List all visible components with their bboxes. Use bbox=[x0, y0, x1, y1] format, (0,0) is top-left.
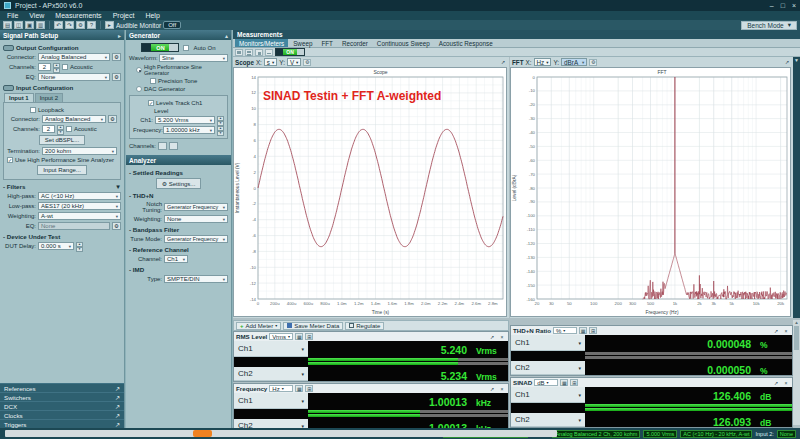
new-project-icon[interactable]: ▤ bbox=[3, 21, 12, 29]
menu-help[interactable]: Help bbox=[145, 12, 159, 19]
meter-unit-select[interactable]: %▾ bbox=[553, 327, 577, 334]
grid-layout-icon[interactable] bbox=[245, 49, 253, 56]
add-meter-button[interactable]: +Add Meter▾ bbox=[236, 322, 281, 330]
input-channels-stepper[interactable]: ▲▼ bbox=[57, 125, 64, 133]
nav-switchers[interactable]: Switchers↗ bbox=[0, 392, 124, 401]
meter-settings-icon[interactable]: ⊞ bbox=[570, 379, 578, 386]
precision-tone-checkbox[interactable] bbox=[150, 78, 156, 84]
loopback-checkbox[interactable] bbox=[30, 107, 36, 113]
minimize-icon[interactable]: – bbox=[770, 2, 774, 9]
add-graph-icon[interactable] bbox=[255, 49, 263, 56]
save-icon[interactable]: ▣ bbox=[25, 21, 34, 29]
scope-settings-icon[interactable]: ⚙ bbox=[303, 59, 311, 66]
fft-popout-icon[interactable]: ↗ bbox=[783, 59, 791, 66]
help-icon[interactable]: ? bbox=[87, 21, 96, 29]
generator-frequency-stepper[interactable]: ▲▼ bbox=[217, 126, 224, 134]
set-dbspl-button[interactable]: Set dBSPL... bbox=[39, 135, 85, 145]
input-channels-value[interactable]: 2 bbox=[42, 125, 55, 133]
filters-eq-settings-icon[interactable]: ⚙ bbox=[112, 222, 121, 230]
nav-dcx[interactable]: DCX↗ bbox=[0, 401, 124, 410]
weighting-select[interactable]: A-wt▾ bbox=[38, 212, 121, 220]
print-icon[interactable]: ▥ bbox=[36, 21, 45, 29]
fft-x-unit-select[interactable]: Hz▾ bbox=[534, 58, 552, 66]
input-range-button[interactable]: Input Range... bbox=[37, 165, 87, 175]
tune-mode-select[interactable]: Generator Frequency▾ bbox=[164, 235, 228, 243]
tab-input-2[interactable]: Input 2 bbox=[35, 93, 63, 102]
maximize-icon[interactable]: □ bbox=[781, 2, 785, 9]
generator-level-stepper[interactable]: ▲▼ bbox=[217, 116, 224, 124]
dac-generator-radio[interactable] bbox=[136, 86, 142, 92]
generator-channel-2-button[interactable] bbox=[169, 142, 178, 150]
close-icon[interactable]: × bbox=[498, 333, 506, 340]
generator-level-field[interactable]: 5.200 Vrms▾ bbox=[155, 116, 215, 124]
open-icon[interactable]: ◫ bbox=[14, 21, 23, 29]
tab-monitors-meters[interactable]: Monitors/Meters bbox=[235, 39, 288, 47]
status-input1-filters-badge[interactable]: AC (<10 Hz) - 20 kHz, A-wt bbox=[680, 430, 752, 438]
levels-track-checkbox[interactable]: ✓ bbox=[148, 100, 154, 106]
meter-settings-icon[interactable]: ⊞ bbox=[589, 327, 597, 334]
scope-popout-icon[interactable]: ↗ bbox=[499, 59, 507, 66]
bench-mode-button[interactable]: Bench Mode▾ bbox=[741, 21, 797, 30]
fft-settings-icon[interactable]: ⚙ bbox=[589, 59, 597, 66]
output-eq-settings-icon[interactable]: ⚙ bbox=[112, 73, 121, 81]
meter-options-icon[interactable]: ▦ bbox=[579, 327, 587, 334]
termination-select[interactable]: 200 kohm▾ bbox=[42, 147, 117, 155]
waveform-select[interactable]: Sine▾ bbox=[159, 54, 228, 62]
channel-selector[interactable]: Ch1▾ bbox=[511, 335, 585, 351]
save-meter-data-button[interactable]: Save Meter Data bbox=[283, 322, 343, 330]
settings-icon[interactable]: ⚙ bbox=[76, 21, 85, 29]
nav-references[interactable]: References↗ bbox=[0, 383, 124, 392]
meters-scrollbar[interactable]: ▲ bbox=[793, 320, 800, 425]
output-acoustic-checkbox[interactable] bbox=[62, 64, 68, 70]
output-eq-select[interactable]: None▾ bbox=[38, 73, 110, 81]
meter-settings-icon[interactable]: ⊞ bbox=[305, 385, 313, 392]
input-acoustic-checkbox[interactable] bbox=[66, 126, 72, 132]
scope-y-unit-select[interactable]: V▾ bbox=[287, 58, 301, 66]
imd-type-select[interactable]: SMPTE/DIN▾ bbox=[164, 275, 228, 283]
generator-channel-1-button[interactable] bbox=[158, 142, 167, 150]
meter-unit-select[interactable]: Vrms▾ bbox=[269, 333, 293, 340]
menu-file[interactable]: File bbox=[7, 12, 18, 19]
channel-select[interactable]: Ch1▾ bbox=[164, 255, 188, 263]
tab-fft[interactable]: FFT bbox=[317, 39, 337, 47]
meter-options-icon[interactable]: ▦ bbox=[560, 379, 568, 386]
output-connector-select[interactable]: Analog Balanced▾ bbox=[38, 53, 110, 61]
layout-icon[interactable] bbox=[235, 49, 243, 56]
tab-sweep[interactable]: Sweep bbox=[289, 39, 316, 47]
output-connector-settings-icon[interactable]: ⚙ bbox=[112, 53, 121, 61]
channel-selector[interactable]: Ch2▾ bbox=[511, 361, 585, 375]
close-icon[interactable]: × bbox=[792, 2, 796, 9]
channel-selector[interactable]: Ch1▾ bbox=[234, 393, 308, 409]
redo-icon[interactable]: ↷ bbox=[65, 21, 74, 29]
channel-selector[interactable]: Ch2▾ bbox=[511, 413, 585, 427]
measurement-on-toggle[interactable]: ON bbox=[275, 48, 305, 56]
settings-button[interactable]: ⚙ Settings... bbox=[156, 178, 202, 189]
hp-sine-analyzer-checkbox[interactable]: ✓ bbox=[7, 157, 13, 163]
output-channels-value[interactable]: 2 bbox=[38, 63, 51, 71]
meter-options-icon[interactable]: ▦ bbox=[295, 385, 303, 392]
collapse-icon[interactable]: ▴ bbox=[225, 32, 228, 39]
audible-monitor-toggle[interactable]: Off bbox=[163, 21, 181, 29]
input-connector-settings-icon[interactable]: ⚙ bbox=[108, 115, 117, 123]
meter-settings-icon[interactable]: ⊞ bbox=[305, 333, 313, 340]
close-icon[interactable]: × bbox=[782, 379, 790, 386]
popout-icon[interactable]: ↗ bbox=[488, 333, 496, 340]
dut-header[interactable]: - Device Under Test bbox=[3, 233, 121, 240]
monitor-icon[interactable]: ▸ bbox=[105, 21, 114, 29]
channel-selector[interactable]: Ch1▾ bbox=[511, 387, 585, 403]
tab-continuous-sweep[interactable]: Continuous Sweep bbox=[373, 39, 434, 47]
low-pass-select[interactable]: AES17 (20 kHz)▾ bbox=[38, 202, 121, 210]
scope-x-unit-select[interactable]: s▾ bbox=[264, 58, 277, 66]
fft-y-unit-select[interactable]: dBrA▾ bbox=[561, 58, 587, 66]
status-input1-range-badge[interactable]: 5.000 Vrms bbox=[643, 430, 677, 438]
meter-options-icon[interactable]: ▦ bbox=[295, 333, 303, 340]
tab-acoustic-response[interactable]: Acoustic Response bbox=[435, 39, 497, 47]
channel-selector[interactable]: Ch2▾ bbox=[234, 367, 308, 381]
menu-view[interactable]: View bbox=[29, 12, 44, 19]
popout-icon[interactable]: ↗ bbox=[772, 327, 780, 334]
nav-clocks[interactable]: Clocks↗ bbox=[0, 410, 124, 419]
filter-pin-icon[interactable]: ▼ bbox=[115, 183, 121, 190]
notch-tuning-select[interactable]: Generator Frequency▾ bbox=[164, 203, 228, 211]
menu-measurements[interactable]: Measurements bbox=[55, 12, 101, 19]
status-input1-config-badge[interactable]: Analog Balanced 2 Ch, 200 kohm bbox=[552, 430, 640, 438]
